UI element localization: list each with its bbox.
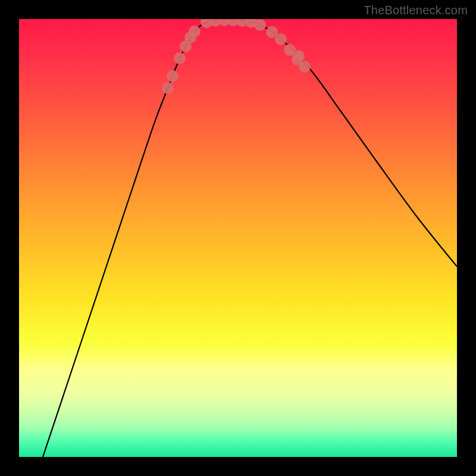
- highlight-marker: [167, 70, 178, 82]
- bottleneck-curve: [43, 20, 457, 457]
- plot-area: [19, 19, 457, 457]
- highlight-marker: [189, 26, 201, 37]
- chart-frame: TheBottleneck.com: [0, 0, 476, 476]
- highlight-marker: [174, 52, 186, 64]
- marker-group: [162, 19, 311, 94]
- highlight-marker: [275, 33, 287, 45]
- highlight-marker: [162, 82, 174, 94]
- curve-svg: [19, 19, 457, 457]
- watermark-text: TheBottleneck.com: [364, 4, 468, 17]
- highlight-marker: [299, 61, 311, 73]
- highlight-marker: [254, 19, 266, 31]
- highlight-marker: [293, 50, 305, 62]
